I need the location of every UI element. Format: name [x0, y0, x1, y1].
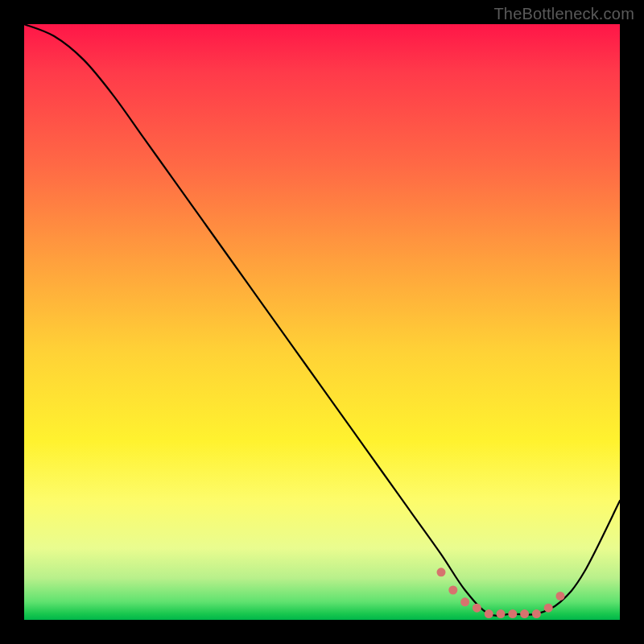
optimal-dot — [520, 609, 529, 618]
watermark-text: TheBottleneck.com — [493, 5, 634, 23]
optimal-dot — [473, 604, 481, 613]
optimal-dot — [485, 609, 493, 618]
curve-layer — [24, 24, 620, 620]
optimal-dot — [448, 586, 457, 595]
optimal-dot — [508, 609, 517, 618]
optimal-dot — [460, 597, 469, 606]
optimal-dot — [437, 568, 446, 576]
chart-frame: TheBottleneck.com — [0, 0, 644, 644]
bottleneck-curve — [24, 24, 620, 616]
gradient-plot-area — [24, 24, 620, 620]
optimal-dot — [532, 609, 541, 618]
optimal-dot — [556, 592, 565, 601]
optimal-dot — [544, 604, 553, 613]
optimal-dot — [497, 609, 506, 618]
optimal-zone-dots — [437, 568, 565, 618]
